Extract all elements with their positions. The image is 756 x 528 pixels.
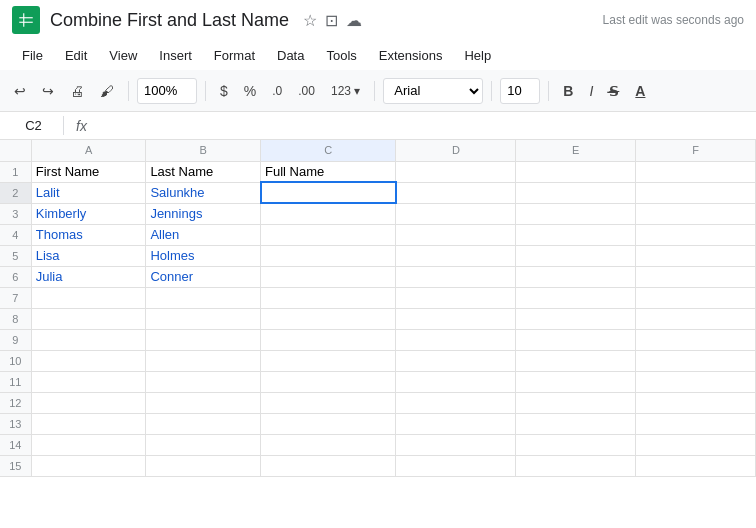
col-header-c[interactable]: C (261, 140, 396, 161)
underline-button[interactable]: A (629, 80, 651, 102)
cell-f12[interactable] (636, 392, 756, 413)
cell-e14[interactable] (516, 434, 636, 455)
menu-tools[interactable]: Tools (316, 44, 366, 67)
cell-a10[interactable] (31, 350, 146, 371)
cell-c9[interactable] (261, 329, 396, 350)
cell-f11[interactable] (636, 371, 756, 392)
cell-a9[interactable] (31, 329, 146, 350)
cell-f8[interactable] (636, 308, 756, 329)
percent-button[interactable]: % (238, 79, 262, 103)
cell-b14[interactable] (146, 434, 261, 455)
zoom-input[interactable] (137, 78, 197, 104)
cell-f6[interactable] (636, 266, 756, 287)
cell-f7[interactable] (636, 287, 756, 308)
cell-d4[interactable] (396, 224, 516, 245)
cell-e6[interactable] (516, 266, 636, 287)
cell-e4[interactable] (516, 224, 636, 245)
cell-b12[interactable] (146, 392, 261, 413)
menu-insert[interactable]: Insert (149, 44, 202, 67)
cell-e13[interactable] (516, 413, 636, 434)
cell-d15[interactable] (396, 455, 516, 476)
cell-c8[interactable] (261, 308, 396, 329)
cell-a11[interactable] (31, 371, 146, 392)
col-header-e[interactable]: E (516, 140, 636, 161)
cell-f2[interactable] (636, 182, 756, 203)
cell-e3[interactable] (516, 203, 636, 224)
more-formats-button[interactable]: 123 ▾ (325, 80, 366, 102)
cell-c13[interactable] (261, 413, 396, 434)
cell-f1[interactable] (636, 161, 756, 182)
cell-d3[interactable] (396, 203, 516, 224)
cell-a1[interactable]: First Name (31, 161, 146, 182)
cell-c3[interactable] (261, 203, 396, 224)
cell-e12[interactable] (516, 392, 636, 413)
col-header-b[interactable]: B (146, 140, 261, 161)
menu-edit[interactable]: Edit (55, 44, 97, 67)
cell-b7[interactable] (146, 287, 261, 308)
cell-b5[interactable]: Holmes (146, 245, 261, 266)
cell-c1[interactable]: Full Name (261, 161, 396, 182)
cell-a4[interactable]: Thomas (31, 224, 146, 245)
print-button[interactable]: 🖨 (64, 79, 90, 103)
italic-button[interactable]: I (583, 80, 599, 102)
cell-d14[interactable] (396, 434, 516, 455)
cell-f14[interactable] (636, 434, 756, 455)
cell-d5[interactable] (396, 245, 516, 266)
cell-a12[interactable] (31, 392, 146, 413)
cell-c12[interactable] (261, 392, 396, 413)
font-selector[interactable]: Arial (383, 78, 483, 104)
cell-e10[interactable] (516, 350, 636, 371)
strikethrough-button[interactable]: S̶ (603, 80, 625, 102)
cell-a6[interactable]: Julia (31, 266, 146, 287)
cell-a8[interactable] (31, 308, 146, 329)
cell-c7[interactable] (261, 287, 396, 308)
cell-reference[interactable] (4, 116, 64, 135)
cell-d6[interactable] (396, 266, 516, 287)
cell-d1[interactable] (396, 161, 516, 182)
cell-f4[interactable] (636, 224, 756, 245)
menu-data[interactable]: Data (267, 44, 314, 67)
cloud-icon[interactable]: ☁ (346, 11, 362, 30)
cell-c14[interactable] (261, 434, 396, 455)
cell-a5[interactable]: Lisa (31, 245, 146, 266)
cell-e15[interactable] (516, 455, 636, 476)
undo-button[interactable]: ↩ (8, 79, 32, 103)
currency-button[interactable]: $ (214, 79, 234, 103)
cell-d11[interactable] (396, 371, 516, 392)
cell-f9[interactable] (636, 329, 756, 350)
menu-extensions[interactable]: Extensions (369, 44, 453, 67)
menu-format[interactable]: Format (204, 44, 265, 67)
cell-b2[interactable]: Salunkhe (146, 182, 261, 203)
paint-format-button[interactable]: 🖌 (94, 79, 120, 103)
font-size-input[interactable] (500, 78, 540, 104)
cell-a13[interactable] (31, 413, 146, 434)
formula-input[interactable] (99, 118, 752, 133)
col-header-d[interactable]: D (396, 140, 516, 161)
cell-c10[interactable] (261, 350, 396, 371)
cell-b3[interactable]: Jennings (146, 203, 261, 224)
cell-c5[interactable] (261, 245, 396, 266)
cell-b4[interactable]: Allen (146, 224, 261, 245)
cell-d2[interactable] (396, 182, 516, 203)
cell-e2[interactable] (516, 182, 636, 203)
cell-b8[interactable] (146, 308, 261, 329)
cell-a15[interactable] (31, 455, 146, 476)
cell-b1[interactable]: Last Name (146, 161, 261, 182)
menu-file[interactable]: File (12, 44, 53, 67)
cell-b9[interactable] (146, 329, 261, 350)
doc-title[interactable]: Combine First and Last Name (50, 10, 289, 31)
cell-f15[interactable] (636, 455, 756, 476)
cell-f3[interactable] (636, 203, 756, 224)
cell-a7[interactable] (31, 287, 146, 308)
cell-b6[interactable]: Conner (146, 266, 261, 287)
cell-e1[interactable] (516, 161, 636, 182)
col-header-a[interactable]: A (31, 140, 146, 161)
cell-d7[interactable] (396, 287, 516, 308)
redo-button[interactable]: ↪ (36, 79, 60, 103)
cell-c4[interactable] (261, 224, 396, 245)
star-icon[interactable]: ☆ (303, 11, 317, 30)
cell-a2[interactable]: Lalit (31, 182, 146, 203)
cell-e5[interactable] (516, 245, 636, 266)
cell-b10[interactable] (146, 350, 261, 371)
cell-c6[interactable] (261, 266, 396, 287)
